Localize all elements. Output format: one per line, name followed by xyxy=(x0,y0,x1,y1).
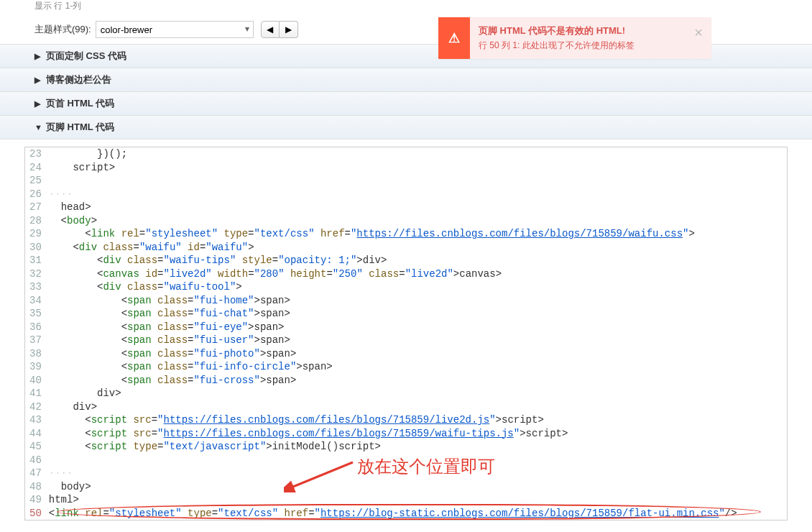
code-line[interactable]: <link rel="stylesheet" type="text/css" h… xyxy=(49,507,781,520)
code-line[interactable]: <canvas id="live2d" width="280" height="… xyxy=(49,267,781,281)
code-line[interactable]: head> xyxy=(49,201,781,214)
truncated-label: 显示 行 1-列 xyxy=(0,0,812,15)
code-line[interactable]: <span class="fui-photo">span> xyxy=(49,347,781,361)
annotation-text: 放在这个位置即可 xyxy=(357,455,495,478)
code-line[interactable] xyxy=(49,174,781,188)
code-line[interactable]: <span class="fui-chat">span> xyxy=(49,307,781,321)
chevron-right-icon: ▶ xyxy=(34,99,42,109)
accordion-label: 页首 HTML 代码 xyxy=(46,97,114,110)
theme-select[interactable]: color-brewer xyxy=(96,21,254,38)
theme-next-button[interactable]: ▶ xyxy=(280,21,298,38)
code-line[interactable]: <span class="fui-cross">span> xyxy=(49,374,781,387)
warning-icon: ⚠ xyxy=(438,17,470,59)
chevron-down-icon: ▼ xyxy=(34,123,42,132)
code-line[interactable]: body> xyxy=(49,480,781,494)
code-line[interactable]: <link rel="stylesheet" type="text/css" h… xyxy=(49,227,781,241)
code-editor[interactable]: 2324252627282930313233343536373839404142… xyxy=(24,147,788,520)
code-line[interactable]: div> xyxy=(49,400,781,414)
chevron-right-icon: ▶ xyxy=(34,75,42,85)
code-line[interactable]: })(); xyxy=(49,147,781,161)
accordion-label: 博客侧边栏公告 xyxy=(46,73,111,86)
code-line[interactable]: html> xyxy=(49,493,781,507)
page-root: 显示 行 1-列 主题样式(99): color-brewer ◀ ▶ ⚠ 页脚… xyxy=(0,0,812,520)
accordion-header-1[interactable]: ▶博客侧边栏公告 xyxy=(0,68,812,91)
code-line[interactable]: <span class="fui-user">span> xyxy=(49,334,781,347)
code-line[interactable]: script> xyxy=(49,161,781,175)
alert-title: 页脚 HTML 代码不是有效的 HTML! xyxy=(479,24,677,37)
line-gutter: 2324252627282930313233343536373839404142… xyxy=(25,147,47,520)
accordion-label: 页脚 HTML 代码 xyxy=(46,121,114,134)
code-line[interactable]: <span class="fui-home">span> xyxy=(49,294,781,308)
code-line[interactable]: ···· xyxy=(49,188,781,201)
validation-alert: ⚠ 页脚 HTML 代码不是有效的 HTML! 行 50 列 1: 此处出现了不… xyxy=(438,17,711,59)
code-line[interactable]: <script src="https://files.cnblogs.com/f… xyxy=(49,427,781,441)
code-line[interactable]: div> xyxy=(49,387,781,400)
chevron-right-icon: ▶ xyxy=(34,52,42,61)
code-line[interactable]: <span class="fui-eye">span> xyxy=(49,321,781,334)
accordion-header-3[interactable]: ▼页脚 HTML 代码 xyxy=(0,116,812,139)
code-line[interactable]: <body> xyxy=(49,214,781,228)
code-line[interactable]: <div class="waifu" id="waifu"> xyxy=(49,241,781,254)
code-line[interactable]: <script type="text/javascript">initModel… xyxy=(49,440,781,454)
code-line[interactable]: <span class="fui-info-circle">span> xyxy=(49,360,781,374)
alert-message: 行 50 列 1: 此处出现了不允许使用的标签 xyxy=(479,40,677,52)
alert-close-button[interactable]: × xyxy=(686,17,711,41)
theme-label: 主题样式(99): xyxy=(34,23,91,36)
code-line[interactable]: <div class="waifu-tips" style="opacity: … xyxy=(49,254,781,267)
code-line[interactable]: <div class="waifu-tool"> xyxy=(49,280,781,294)
accordion-label: 页面定制 CSS 代码 xyxy=(46,50,126,63)
theme-prev-button[interactable]: ◀ xyxy=(261,21,280,38)
accordion-header-2[interactable]: ▶页首 HTML 代码 xyxy=(0,92,812,115)
code-line[interactable]: <script src="https://files.cnblogs.com/f… xyxy=(49,413,781,427)
